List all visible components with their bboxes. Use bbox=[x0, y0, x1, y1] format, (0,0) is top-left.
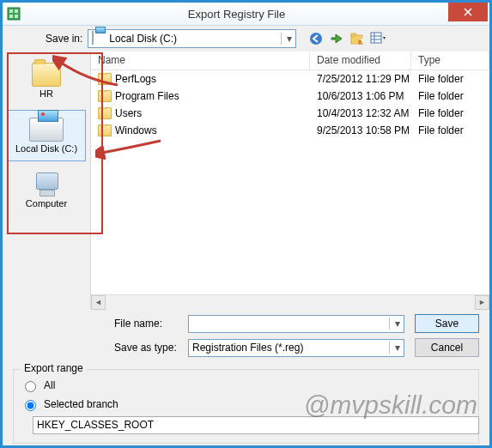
svg-rect-1 bbox=[9, 9, 13, 13]
place-label: Computer bbox=[26, 198, 67, 209]
drive-icon bbox=[29, 118, 64, 142]
place-localdisk[interactable]: Local Disk (C:) bbox=[7, 110, 86, 161]
place-hr[interactable]: HR bbox=[7, 55, 86, 106]
col-date-header[interactable]: Date modified bbox=[310, 51, 411, 70]
place-computer[interactable]: Computer bbox=[7, 165, 86, 216]
save-as-type-dropdown[interactable]: Registration Files (*.reg) ▾ bbox=[188, 339, 404, 357]
file-rows: PerfLogs7/25/2012 11:29 PMFile folderPro… bbox=[91, 70, 489, 294]
table-row[interactable]: Program Files10/6/2013 1:06 PMFile folde… bbox=[91, 88, 489, 105]
row-date: 10/6/2013 1:06 PM bbox=[310, 90, 411, 102]
row-name: PerfLogs bbox=[115, 73, 156, 85]
radio-all[interactable]: All bbox=[21, 378, 471, 392]
branch-value: HKEY_CLASSES_ROOT bbox=[37, 419, 154, 431]
radio-all-input[interactable] bbox=[25, 381, 36, 392]
radio-selected-branch[interactable]: Selected branch bbox=[21, 397, 471, 411]
back-icon[interactable] bbox=[308, 31, 324, 46]
folder-icon bbox=[32, 63, 61, 87]
col-type-header[interactable]: Type bbox=[411, 51, 489, 70]
svg-rect-9 bbox=[351, 33, 355, 36]
file-name-input[interactable]: ▾ bbox=[188, 315, 404, 333]
save-as-type-value: Registration Files (*.reg) bbox=[192, 342, 303, 354]
horizontal-scrollbar[interactable]: ◄ ► bbox=[91, 294, 489, 309]
row-type: File folder bbox=[411, 107, 489, 119]
radio-selected-branch-label: Selected branch bbox=[44, 398, 118, 410]
svg-point-7 bbox=[310, 33, 322, 45]
branch-input[interactable]: HKEY_CLASSES_ROOT bbox=[33, 416, 479, 434]
svg-rect-12 bbox=[371, 33, 381, 43]
cancel-button[interactable]: Cancel bbox=[415, 338, 479, 357]
save-in-dropdown[interactable]: Local Disk (C:) ▾ bbox=[88, 29, 296, 48]
table-row[interactable]: Users10/4/2013 12:32 AMFile folder bbox=[91, 105, 489, 122]
table-row[interactable]: Windows9/25/2013 10:58 PMFile folder bbox=[91, 122, 489, 139]
chevron-down-icon: ▾ bbox=[389, 342, 400, 354]
save-in-value: Local Disk (C:) bbox=[109, 33, 177, 45]
radio-all-label: All bbox=[44, 379, 55, 391]
up-one-level-icon[interactable] bbox=[329, 31, 344, 46]
chevron-down-icon: ▾ bbox=[281, 33, 292, 45]
export-registry-dialog: Export Registry File Save in: Local Disk… bbox=[0, 0, 492, 448]
scroll-right-arrow[interactable]: ► bbox=[475, 295, 489, 310]
window-title: Export Registry File bbox=[25, 8, 448, 21]
export-range-legend: Export range bbox=[21, 362, 87, 374]
place-label: Local Disk (C:) bbox=[15, 143, 77, 154]
close-button[interactable] bbox=[448, 3, 488, 21]
bottom-form: File name: ▾ Save Save as type: Registra… bbox=[3, 309, 489, 367]
row-date: 9/25/2013 10:58 PM bbox=[310, 124, 411, 136]
folder-icon bbox=[98, 124, 112, 136]
save-in-label: Save in: bbox=[46, 33, 82, 45]
titlebar: Export Registry File bbox=[3, 3, 489, 26]
folder-icon bbox=[98, 73, 112, 85]
list-headers: Name Date modified Type bbox=[91, 51, 489, 70]
save-button[interactable]: Save bbox=[415, 314, 479, 333]
row-name: Program Files bbox=[115, 90, 179, 102]
row-name: Users bbox=[115, 107, 142, 119]
places-bar: HRLocal Disk (C:)Computer bbox=[3, 51, 90, 309]
radio-selected-branch-input[interactable] bbox=[25, 400, 36, 411]
svg-rect-2 bbox=[15, 9, 18, 13]
row-type: File folder bbox=[411, 124, 489, 136]
scroll-track[interactable] bbox=[106, 295, 475, 310]
new-folder-icon[interactable]: ★ bbox=[349, 31, 365, 46]
place-label: HR bbox=[39, 88, 53, 99]
scroll-left-arrow[interactable]: ◄ bbox=[91, 295, 106, 310]
row-date: 10/4/2013 12:32 AM bbox=[310, 107, 411, 119]
regedit-icon bbox=[3, 3, 25, 25]
export-range-group: Export range All Selected branch HKEY_CL… bbox=[13, 369, 479, 444]
svg-rect-4 bbox=[15, 15, 18, 18]
col-name-header[interactable]: Name bbox=[91, 51, 310, 70]
computer-icon bbox=[31, 173, 62, 197]
folder-icon bbox=[98, 90, 112, 102]
svg-rect-3 bbox=[9, 15, 13, 18]
svg-text:★: ★ bbox=[360, 34, 365, 45]
file-list-area: Name Date modified Type PerfLogs7/25/201… bbox=[90, 51, 489, 309]
row-type: File folder bbox=[411, 73, 489, 85]
file-name-label: File name: bbox=[114, 318, 178, 330]
folder-icon bbox=[98, 107, 112, 119]
drive-icon bbox=[92, 32, 106, 45]
nav-icons: ★ bbox=[308, 31, 386, 46]
row-date: 7/25/2012 11:29 PM bbox=[310, 73, 411, 85]
row-name: Windows bbox=[115, 124, 157, 136]
save-as-type-label: Save as type: bbox=[114, 342, 178, 354]
save-in-row: Save in: Local Disk (C:) ▾ ★ bbox=[3, 26, 489, 51]
row-type: File folder bbox=[411, 90, 489, 102]
view-menu-icon[interactable] bbox=[370, 31, 386, 46]
table-row[interactable]: PerfLogs7/25/2012 11:29 PMFile folder bbox=[91, 70, 489, 88]
chevron-down-icon: ▾ bbox=[389, 318, 400, 330]
